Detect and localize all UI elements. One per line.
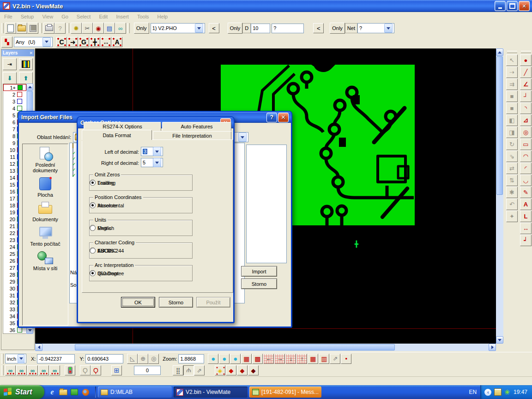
- toolbar-grip[interactable]: [127, 23, 130, 33]
- rotate-tool-icon[interactable]: ↻: [506, 139, 518, 150]
- select-point-icon[interactable]: ▪: [341, 354, 351, 364]
- layer-color-swatch[interactable]: [17, 327, 22, 332]
- move-one-tool-icon[interactable]: ⇢: [506, 66, 518, 78]
- layer-row[interactable]: 2: [3, 91, 26, 98]
- view-mode-3-icon[interactable]: ∞: [27, 365, 38, 375]
- menu-item[interactable]: Go: [57, 13, 73, 20]
- layer-row[interactable]: 3: [3, 98, 26, 105]
- step-repeat-tool-icon[interactable]: ⇅: [506, 175, 518, 186]
- dropdown-arrow-icon[interactable]: [153, 147, 161, 156]
- tab-data-format[interactable]: Data Format: [82, 130, 152, 140]
- dimension-tool-icon[interactable]: ↔: [520, 223, 532, 234]
- pan-up-icon[interactable]: ↑: [296, 354, 307, 364]
- traffic-light-button[interactable]: [65, 365, 75, 375]
- color-film-icon[interactable]: ▤: [104, 23, 115, 34]
- arc-start-tool-icon[interactable]: ◝: [520, 103, 532, 114]
- pan-left-icon[interactable]: ←: [263, 354, 274, 364]
- pointer-tool-icon[interactable]: ↖: [506, 54, 518, 66]
- layer-down-button[interactable]: ⬇: [3, 72, 17, 84]
- dcode-film-icon[interactable]: ◉: [93, 23, 104, 34]
- canvas-hscrollbar[interactable]: [35, 344, 496, 351]
- scroll-left-button[interactable]: [35, 344, 42, 351]
- fill-box-tool-icon[interactable]: ■: [506, 91, 518, 102]
- layer-select[interactable]: 1) V2.PHO: [151, 23, 205, 33]
- import-button[interactable]: Import: [241, 266, 277, 277]
- pad-red-s-icon[interactable]: ◆: [237, 365, 248, 375]
- layers-scroll-down[interactable]: [26, 327, 33, 334]
- grid-snap-icon[interactable]: ▩: [252, 354, 263, 364]
- flash-view-icon[interactable]: ✺: [71, 23, 82, 34]
- minimize-button[interactable]: [495, 1, 506, 11]
- menu-item[interactable]: Help: [153, 13, 172, 20]
- right-decimal-select[interactable]: 5: [141, 158, 163, 167]
- dcode-cross-icon[interactable]: ╋: [90, 37, 100, 47]
- firefox-icon[interactable]: [81, 388, 90, 396]
- layer-row[interactable]: 1+: [3, 84, 26, 91]
- swap-tool-icon[interactable]: ⇄: [506, 163, 518, 174]
- vscroll-thumb[interactable]: [496, 56, 503, 195]
- radio-option[interactable]: 360 Degree: [90, 270, 124, 276]
- dcode-query-input[interactable]: ?: [272, 24, 304, 33]
- unit-select[interactable]: inch: [5, 354, 26, 363]
- layers-scroll-up[interactable]: [26, 84, 33, 91]
- radio-option[interactable]: EIA RS-244: [90, 248, 124, 254]
- step-grid-icon[interactable]: ▦: [308, 354, 318, 364]
- save-file-button[interactable]: [27, 23, 38, 34]
- dcode-c-icon[interactable]: C: [56, 37, 67, 47]
- locate-tool-icon[interactable]: ◎: [148, 354, 159, 364]
- task-viewmate[interactable]: V2.bin - ViewMate: [174, 387, 248, 398]
- tray-messenger-icon[interactable]: ❀: [504, 388, 510, 396]
- circle-tool-icon[interactable]: ◎: [520, 127, 532, 138]
- dcode-g-icon[interactable]: G: [79, 37, 89, 47]
- palette-grip[interactable]: [521, 51, 531, 53]
- radio-icon[interactable]: [90, 248, 96, 254]
- sketch-tool-icon[interactable]: ✎: [520, 187, 532, 198]
- only-layer-button[interactable]: Only: [134, 23, 149, 34]
- dropdown-arrow-icon[interactable]: [42, 37, 51, 47]
- toolbar-grip[interactable]: [1, 354, 4, 364]
- menu-item[interactable]: File: [0, 13, 17, 20]
- dialog-help-button[interactable]: ?: [266, 113, 277, 122]
- scroll-up-button[interactable]: [496, 48, 503, 56]
- open-file-button[interactable]: [16, 23, 27, 34]
- menu-item[interactable]: Insert: [112, 13, 133, 20]
- radio-option[interactable]: Metric: [90, 225, 111, 231]
- place-recent-documents[interactable]: Poslední dokumenty: [24, 147, 67, 173]
- dropdown-arrow-icon[interactable]: [18, 354, 24, 363]
- glasses-ruler-icon[interactable]: ∞: [115, 23, 126, 34]
- view-mode-1-icon[interactable]: ∞: [5, 365, 16, 375]
- dialog-close-button[interactable]: ✕: [278, 113, 289, 122]
- view-mode-2-icon[interactable]: ∞: [16, 365, 27, 375]
- dcode-a-icon[interactable]: A: [112, 37, 122, 47]
- triangle-tool-icon[interactable]: ⊿: [520, 115, 532, 126]
- print-button[interactable]: [43, 23, 54, 34]
- arc2-tool-icon[interactable]: ◡: [520, 175, 532, 186]
- prev-dcode-button[interactable]: <: [313, 23, 324, 33]
- task-message[interactable]: [191-482-091] - Mess...: [249, 387, 321, 398]
- layer-up-button[interactable]: ⬆: [19, 72, 33, 84]
- flash-tool-icon[interactable]: ●: [520, 54, 532, 66]
- arc-tool-icon[interactable]: ◠: [520, 151, 532, 162]
- layer-color-swatch[interactable]: [17, 99, 22, 104]
- task-dmlab[interactable]: D:\MLAB: [98, 387, 172, 398]
- dropdown-arrow-icon[interactable]: [195, 24, 203, 33]
- dcode-arrow-icon[interactable]: ➜: [67, 37, 78, 47]
- radio-icon[interactable]: [90, 180, 96, 186]
- settings-tool-icon[interactable]: ✱: [506, 187, 518, 198]
- only-net-button[interactable]: Only: [330, 23, 345, 34]
- layers-panel-titlebar[interactable]: Layers ✕: [1, 49, 34, 56]
- zoom-in-tool-icon[interactable]: ●: [208, 354, 218, 364]
- dot-grid-button[interactable]: ⣿: [173, 365, 183, 375]
- menu-item[interactable]: Setup: [17, 13, 38, 20]
- radio-icon[interactable]: [90, 202, 96, 208]
- menu-item[interactable]: Tools: [133, 13, 153, 20]
- dropdown-arrow-icon[interactable]: [153, 158, 161, 167]
- context-help-button[interactable]: ?: [54, 23, 66, 34]
- layer-color-swatch[interactable]: [17, 106, 22, 111]
- dcode-h-icon[interactable]: ↔: [101, 37, 111, 47]
- view-mode-5-icon[interactable]: ∞: [49, 365, 60, 375]
- show-desktop-icon[interactable]: [59, 388, 67, 396]
- gerber-cancel-button[interactable]: Storno: [159, 297, 193, 308]
- place-network[interactable]: Místa v síti: [24, 250, 67, 271]
- curve-tool-icon[interactable]: ◜: [520, 163, 532, 174]
